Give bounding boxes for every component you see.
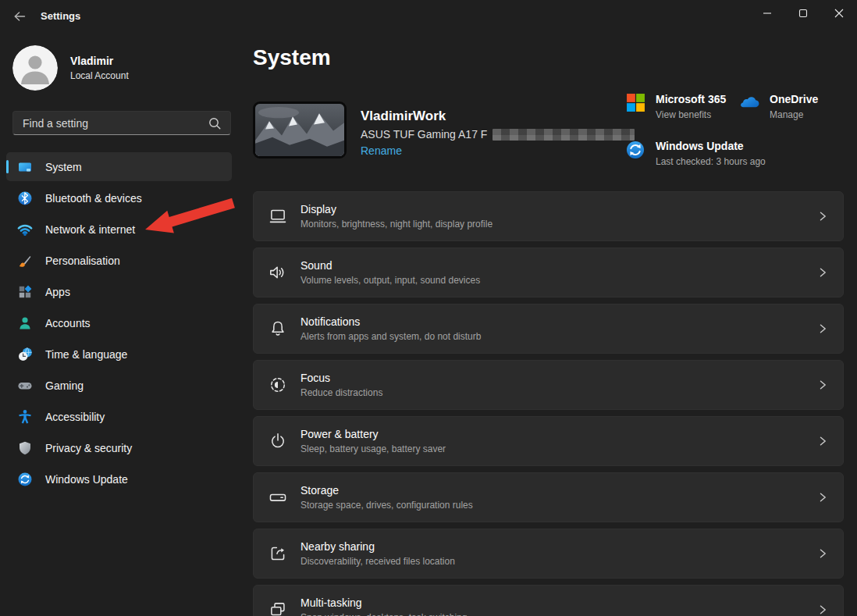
microsoft-logo-icon [626,93,645,112]
sidebar-item-system[interactable]: System [6,152,232,181]
row-title: Storage [300,484,815,497]
sidebar-item-label: Privacy & security [45,442,132,454]
sidebar-item-label: System [45,161,82,173]
display-icon [268,206,288,226]
back-button[interactable] [8,6,31,27]
clock-globe-icon [17,347,33,362]
windows-update-icon [17,472,33,487]
sidebar-item-label: Windows Update [45,473,128,486]
row-title: Notifications [300,315,815,328]
close-button[interactable] [821,0,857,27]
sidebar-item-label: Time & language [45,348,127,361]
page-title: System [253,45,331,70]
windows-update-card[interactable]: Windows Update Last checked: 3 hours ago [624,140,766,167]
card-subtitle: Manage [770,109,818,120]
wifi-icon [17,222,33,237]
sidebar-item-label: Bluetooth & devices [45,192,142,205]
card-title: OneDrive [770,93,818,105]
chevron-right-icon [815,265,830,280]
row-notifications[interactable]: Notifications Alerts from apps and syste… [253,304,844,354]
row-power-battery[interactable]: Power & battery Sleep, battery usage, ba… [253,416,844,466]
focus-icon [268,375,288,395]
row-nearby-sharing[interactable]: Nearby sharing Discoverability, received… [253,529,844,579]
sidebar-item-accessibility[interactable]: Accessibility [6,402,232,431]
maximize-icon [785,0,821,27]
avatar [12,45,58,91]
card-subtitle: Last checked: 3 hours ago [656,156,766,167]
settings-window: Settings Vladimir [0,0,857,616]
selected-indicator [6,160,9,173]
search-input[interactable] [13,117,207,130]
minimize-icon [749,0,785,27]
chevron-right-icon [815,490,830,505]
sidebar-item-label: Network & internet [45,223,135,236]
maximize-button[interactable] [785,0,821,27]
rename-link[interactable]: Rename [361,144,402,157]
accounts-person-icon [17,315,33,331]
redacted-model-blur [493,129,635,141]
row-subtitle: Volume levels, output, input, sound devi… [300,275,815,286]
sidebar-item-label: Gaming [45,379,84,392]
card-title: Microsoft 365 [656,93,726,105]
row-title: Display [300,203,815,215]
windows-update-icon [625,140,645,160]
account-type: Local Account [70,70,129,81]
sidebar-item-gaming[interactable]: Gaming [6,371,232,400]
row-focus[interactable]: Focus Reduce distractions [253,360,844,410]
row-title: Sound [300,259,815,272]
account-card[interactable]: Vladimir Local Account [12,45,129,91]
sidebar: Vladimir Local Account System [0,31,244,616]
bell-icon [268,319,288,339]
chevron-right-icon [815,546,830,561]
chevron-right-icon [815,208,830,224]
sidebar-item-label: Apps [45,286,70,298]
sidebar-item-network-internet[interactable]: Network & internet [6,215,232,244]
accessibility-person-icon [17,409,33,425]
row-subtitle: Discoverability, received files location [300,556,815,567]
sidebar-item-label: Accounts [45,317,91,329]
chevron-right-icon [815,433,830,449]
onedrive-cloud-icon [738,93,760,112]
power-icon [268,431,288,451]
row-title: Focus [300,372,815,384]
chevron-right-icon [815,602,830,616]
row-title: Multi-tasking [300,596,815,609]
onedrive-card[interactable]: OneDrive Manage [738,93,818,120]
card-title: Windows Update [656,140,766,152]
minimize-button[interactable] [749,0,785,27]
device-name: VladimirWork [361,109,446,124]
apps-icon [17,284,33,300]
person-icon [12,45,58,91]
microsoft-365-card[interactable]: Microsoft 365 View benefits [624,93,726,120]
row-subtitle: Snap windows, desktops, task switching [300,612,815,616]
share-icon [268,543,288,564]
row-subtitle: Monitors, brightness, night light, displ… [300,219,815,230]
sidebar-item-label: Accessibility [45,411,105,423]
chevron-right-icon [815,377,830,393]
row-subtitle: Reduce distractions [300,387,815,398]
chevron-right-icon [815,321,830,336]
row-storage[interactable]: Storage Storage space, drives, configura… [253,472,844,522]
speaker-icon [268,262,288,283]
device-model: ASUS TUF Gaming A17 F [361,128,487,141]
sidebar-item-accounts[interactable]: Accounts [6,308,232,337]
window-title: Settings [41,10,80,22]
sidebar-item-apps[interactable]: Apps [6,277,232,306]
row-display[interactable]: Display Monitors, brightness, night ligh… [253,191,844,241]
multitask-windows-icon [268,600,288,616]
system-icon [17,159,33,175]
sidebar-item-bluetooth-devices[interactable]: Bluetooth & devices [6,183,232,212]
row-subtitle: Storage space, drives, configuration rul… [300,500,815,511]
row-title: Power & battery [300,428,815,440]
back-arrow-icon [12,9,27,24]
row-title: Nearby sharing [300,540,815,553]
row-multi-tasking[interactable]: Multi-tasking Snap windows, desktops, ta… [253,585,844,616]
sidebar-item-time-language[interactable]: Time & language [6,340,232,369]
sidebar-item-windows-update[interactable]: Windows Update [6,465,232,493]
sidebar-item-privacy-security[interactable]: Privacy & security [6,433,232,462]
shield-icon [17,440,33,456]
sidebar-item-personalisation[interactable]: Personalisation [6,246,232,275]
account-name: Vladimir [70,55,129,67]
sidebar-item-label: Personalisation [45,255,120,267]
row-sound[interactable]: Sound Volume levels, output, input, soun… [253,247,844,297]
